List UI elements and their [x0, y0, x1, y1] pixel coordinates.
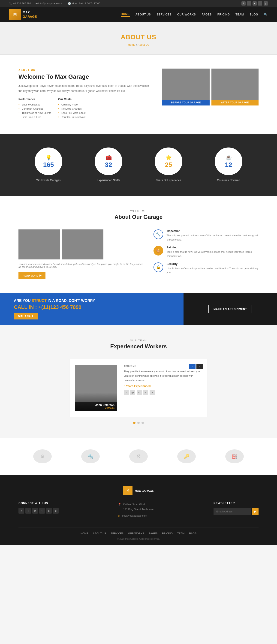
footer-nav-pages[interactable]: PAGES [149, 532, 158, 535]
social-facebook[interactable]: f [242, 2, 246, 6]
footer-nav-services[interactable]: SERVICES [110, 532, 123, 535]
stats-section: 💡 165 Worldwide Garages 🧰 32 Experienced… [0, 134, 277, 196]
about-left: ABOUT US Welcome To Max Garage Just two … [18, 68, 153, 120]
nav-works[interactable]: OUR WORKS [177, 13, 196, 16]
footer-nav-works[interactable]: OUR WORKS [128, 532, 144, 535]
top-bar-social: f t in t p [242, 2, 268, 6]
star-icon: ⭐ [166, 155, 172, 161]
newsletter-input[interactable] [214, 508, 251, 515]
about-images: BEFORE YOUR GARAGE AFTER YOUR GARAGE [162, 68, 258, 106]
dial-button[interactable]: DIAL A CALL [14, 313, 38, 320]
prev-arrow[interactable]: ‹ [189, 364, 196, 369]
nav-about[interactable]: ABOUT US [136, 13, 151, 16]
footer-nav-pricing[interactable]: PRICING [162, 532, 173, 535]
footer-social-links: f t in t p g [18, 508, 59, 514]
garage-services: 🔧 Inspection The ship set ground on the … [154, 230, 258, 279]
next-arrow[interactable]: › [196, 364, 203, 369]
security-info: Security Like Robinson Crusoe its primit… [166, 262, 258, 275]
stat-circle-4: ☕ 12 [215, 148, 242, 175]
footer-nav-blog[interactable]: BLOG [189, 532, 196, 535]
partner-5: ⛽ [225, 450, 244, 463]
social-twitter[interactable]: t [247, 2, 251, 6]
stat-number-3: 25 [165, 162, 172, 168]
site-footer: M MAX GARAGE CONNECT WITH US f t in t p … [0, 475, 277, 545]
team-facebook[interactable]: f [124, 390, 129, 395]
footer-facebook[interactable]: f [18, 508, 24, 514]
nav-pricing[interactable]: PRICING [218, 13, 230, 16]
footer-twitter[interactable]: t [26, 508, 31, 514]
welcome-label: WELCOME [18, 210, 258, 212]
stat-number-2: 32 [105, 162, 112, 168]
footer-pinterest[interactable]: p [46, 508, 52, 514]
top-bar-left: 📞 +1 234 567 890 ✉ info@maxgarage.com 🕐 … [9, 2, 100, 5]
social-linkedin[interactable]: in [252, 2, 257, 6]
footer-linkedin[interactable]: in [32, 508, 38, 514]
team-navigation-arrows: ‹ › [189, 364, 203, 369]
social-tumblr[interactable]: t [258, 2, 262, 6]
team-heading: Experienced Workers [18, 343, 258, 350]
footer-logo-text: MAX GARAGE [134, 489, 154, 492]
footer-nav-team[interactable]: TEAM [177, 532, 184, 535]
toolbox-icon: 🧰 [106, 155, 112, 161]
service-inspection: 🔧 Inspection The ship set ground on the … [154, 230, 258, 242]
team-title-block: OUR TEAM Experienced Workers [18, 339, 258, 350]
nav-blog[interactable]: BLOG [250, 13, 258, 16]
garage-about-section: WELCOME About Our Garage You bet your li… [0, 196, 277, 293]
search-icon[interactable]: 🔍 [264, 13, 268, 16]
garage-img-row [18, 230, 144, 260]
footer-logo: M MAX GARAGE [18, 486, 258, 495]
performance-col: Performance Engine Checkup Condition Cha… [18, 98, 51, 120]
footer-nav-home[interactable]: HOME [80, 532, 88, 535]
partner-4: 🔑 [177, 450, 196, 463]
nav-team[interactable]: TEAM [236, 13, 244, 16]
partners-section: ⚙ 🔩 🛠 🔑 ⛽ [0, 438, 277, 475]
team-dot-1[interactable] [133, 422, 136, 424]
cta-left: ARE YOU STRUCT IN A ROAD. DON'T WORRY CA… [0, 293, 184, 325]
cost-item-1: Ordinary Price [58, 103, 86, 106]
cost-item-3: Less Pay More Effect [58, 112, 86, 114]
stat-years: ⭐ 25 Years Of Experience [155, 148, 182, 182]
newsletter-submit[interactable]: ▶ [252, 508, 258, 515]
team-tumblr[interactable]: t [143, 390, 148, 395]
inspection-icon: 🔧 [154, 230, 163, 239]
team-dots [18, 422, 258, 424]
social-pinterest[interactable]: p [264, 2, 268, 6]
site-logo: M MAX GARAGE [9, 9, 37, 20]
email-line: ✉ info@maxgarage.com [118, 513, 154, 519]
about-description: Just two good ol' boys Never meanin no h… [18, 84, 153, 94]
footer-gplus[interactable]: g [53, 508, 59, 514]
footer-nav-about[interactable]: ABOUT US [93, 532, 106, 535]
team-gplus[interactable]: g+ [130, 390, 135, 395]
footer-connect: CONNECT WITH US f t in t p g [18, 502, 59, 520]
map-icon: 📍 [118, 502, 122, 507]
appointment-button[interactable]: MAKE AN APPOINMENT [208, 305, 252, 313]
team-pinterest[interactable]: p [150, 390, 155, 395]
nav-home[interactable]: HOME [121, 12, 130, 16]
team-info: ABOUT ME They provide the necessary amou… [124, 365, 202, 411]
garage-photo-1 [18, 230, 60, 260]
footer-newsletter: NEWSLETTER ▶ [214, 502, 258, 520]
cta-highlight: STRUCT [32, 299, 47, 302]
team-linkedin[interactable]: in [137, 390, 142, 395]
costs-col: Our Costs Ordinary Price No Extra Charge… [58, 98, 86, 120]
footer-tumblr[interactable]: t [39, 508, 45, 514]
team-dot-3[interactable] [142, 422, 144, 424]
footer-logo-icon: M [123, 486, 132, 495]
team-dot-2[interactable] [137, 422, 140, 424]
nav-pages[interactable]: PAGES [202, 13, 212, 16]
about-columns: Performance Engine Checkup Condition Cha… [18, 98, 153, 120]
arrow-icon: ▶ [40, 274, 41, 277]
garage-photo-2 [62, 230, 104, 260]
team-social-links: f g+ in t p [124, 390, 202, 395]
read-more-button[interactable]: READ MORE ▶ [18, 272, 46, 279]
nav-services[interactable]: SERVICES [156, 13, 171, 16]
stat-staffs: 🧰 32 Experienced Staffs [95, 148, 122, 182]
stat-label-2: Experienced Staffs [95, 179, 122, 182]
mail-icon: ✉ [118, 513, 120, 519]
perf-item-1: Engine Checkup [18, 103, 51, 106]
stat-label-4: Countries Covered [215, 179, 242, 182]
phone-info: 📞 +1 234 567 890 [9, 2, 31, 5]
team-name-overlay: John Peterson Mechanic [75, 402, 117, 411]
painting-icon: 🎨 [154, 246, 163, 256]
logo-text: MAX GARAGE [22, 10, 37, 18]
